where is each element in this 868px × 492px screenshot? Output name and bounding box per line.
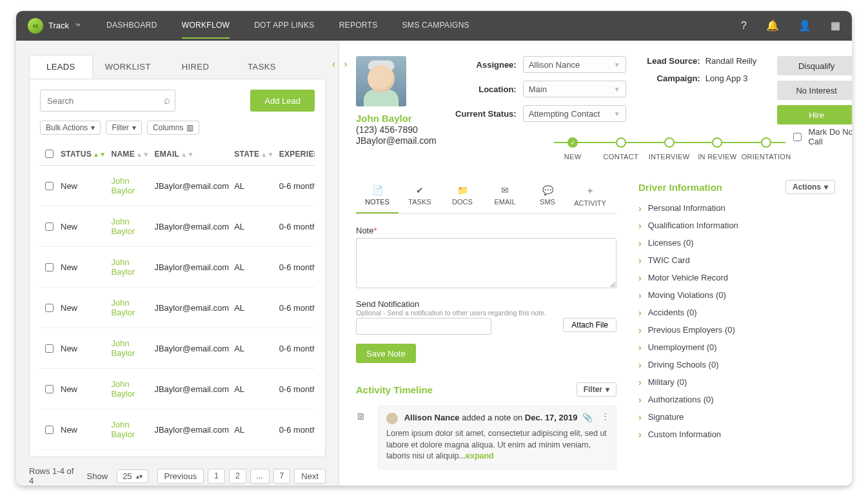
- col-status[interactable]: STATUS▲▼: [58, 143, 108, 166]
- user-icon[interactable]: 👤: [798, 19, 811, 32]
- driver-info-item[interactable]: ›Unemployment (0): [638, 342, 835, 352]
- row-checkbox[interactable]: [45, 385, 54, 393]
- col-experience[interactable]: EXPERIENCE▲▼: [277, 143, 315, 166]
- perpage-select[interactable]: 25▴▾: [117, 469, 148, 483]
- tab-leads[interactable]: LEADS: [29, 55, 93, 79]
- row-checkbox[interactable]: [45, 426, 54, 434]
- notif-input[interactable]: [356, 318, 491, 335]
- pane-next-icon[interactable]: ›: [344, 59, 348, 69]
- row-checkbox[interactable]: [45, 344, 54, 353]
- assignee-select[interactable]: Allison Nance▼: [523, 56, 626, 73]
- driver-info-item[interactable]: ›Previous Employers (0): [638, 325, 835, 335]
- driver-info-item[interactable]: ›Custom Information: [638, 429, 835, 439]
- search-icon[interactable]: ⌕: [164, 94, 170, 107]
- pager-next[interactable]: Next: [294, 469, 326, 484]
- tab-worklist[interactable]: WORKLIST: [93, 55, 163, 79]
- dtab-activity[interactable]: ＋ACTIVITY: [569, 180, 611, 213]
- no-interest-button[interactable]: No Interest: [777, 81, 852, 100]
- cell-name[interactable]: John Baylor: [108, 166, 152, 206]
- pipeline-step-new[interactable]: ✓NEW: [549, 137, 597, 161]
- row-checkbox[interactable]: [45, 304, 54, 312]
- row-checkbox[interactable]: [45, 182, 54, 190]
- cell-email: JBaylor@email.com: [152, 206, 232, 247]
- cell-name[interactable]: John Baylor: [108, 450, 152, 457]
- cell-name[interactable]: John Baylor: [108, 247, 152, 288]
- driver-info-item[interactable]: ›Military (0): [638, 377, 835, 387]
- dtab-notes[interactable]: 📄NOTES: [356, 180, 399, 213]
- nav-reports[interactable]: REPORTS: [339, 21, 378, 31]
- mark-dnc-checkbox[interactable]: [793, 133, 802, 141]
- dtab-email[interactable]: ✉EMAIL: [484, 180, 526, 213]
- nav-dot-app-links[interactable]: DOT APP LINKS: [254, 21, 315, 31]
- table-row[interactable]: NewJohn BaylorJBaylor@email.comAL0-6 mon…: [40, 288, 315, 328]
- cell-name[interactable]: John Baylor: [108, 409, 152, 450]
- driver-info-item[interactable]: ›TWIC Card: [638, 255, 835, 265]
- pipeline-step-inreview[interactable]: IN REVIEW: [693, 137, 742, 161]
- dtab-docs[interactable]: 📁DOCS: [441, 180, 484, 213]
- cell-name[interactable]: John Baylor: [108, 288, 152, 328]
- cell-name[interactable]: John Baylor: [108, 369, 152, 409]
- cell-name[interactable]: John Baylor: [108, 206, 152, 247]
- driver-info-item[interactable]: ›Authorizations (0): [638, 395, 835, 404]
- pager-page-1[interactable]: 1: [208, 469, 225, 484]
- pipeline-step-interview[interactable]: INTERVIEW: [645, 137, 693, 161]
- filter-button[interactable]: Filter▾: [106, 121, 142, 135]
- row-checkbox[interactable]: [45, 222, 54, 231]
- col-email[interactable]: EMAIL▲▼: [152, 143, 232, 166]
- driver-info-item[interactable]: ›Driving Schools (0): [638, 360, 835, 369]
- campaign-value: Long App 3: [705, 74, 748, 83]
- columns-button[interactable]: Columns▥: [147, 121, 199, 135]
- driver-info-item[interactable]: ›Moving Violations (0): [638, 290, 835, 300]
- driver-info-item[interactable]: ›Qualification Information: [638, 221, 835, 230]
- mark-dnc[interactable]: Mark Do Not Call: [791, 127, 852, 146]
- pager-prev[interactable]: Previous: [157, 469, 204, 484]
- driver-info-item[interactable]: ›Signature: [638, 412, 835, 422]
- bulk-actions-button[interactable]: Bulk Actions▾: [40, 121, 101, 135]
- driver-info-item[interactable]: ›Motor Vehicle Record: [638, 273, 835, 282]
- nav-workflow[interactable]: WORKFLOW: [182, 21, 230, 31]
- pager-page-2[interactable]: 2: [229, 469, 246, 484]
- table-row[interactable]: NewJohn BaylorJBaylor@email.comAL0-6 mon…: [40, 450, 315, 457]
- col-state[interactable]: STATE▲▼: [232, 143, 276, 166]
- pipeline-step-orientation[interactable]: ORIENTATION: [742, 137, 791, 161]
- driver-info-item[interactable]: ›Personal Information: [638, 203, 835, 213]
- timeline-expand-link[interactable]: expand: [466, 451, 494, 460]
- driver-info-item[interactable]: ›Accidents (0): [638, 308, 835, 317]
- status-select[interactable]: Attempting Contact▼: [523, 105, 626, 122]
- save-note-button[interactable]: Save Note: [356, 344, 416, 363]
- help-icon[interactable]: ?: [741, 20, 747, 32]
- hire-button[interactable]: Hire: [777, 105, 852, 124]
- table-row[interactable]: NewJohn BaylorJBaylor@email.comAL0-6 mon…: [40, 206, 315, 247]
- tab-tasks[interactable]: TASKS: [228, 55, 296, 79]
- dtab-sms[interactable]: 💬SMS: [526, 180, 569, 213]
- location-select[interactable]: Main▼: [523, 81, 626, 97]
- pager-page-7[interactable]: 7: [273, 469, 291, 484]
- tab-hired[interactable]: HIRED: [163, 55, 228, 79]
- table-row[interactable]: NewJohn BaylorJBaylor@email.comAL0-6 mon…: [40, 409, 315, 450]
- table-row[interactable]: NewJohn BaylorJBaylor@email.comAL0-6 mon…: [40, 369, 315, 409]
- attach-file-button[interactable]: Attach File: [563, 318, 616, 332]
- note-textarea[interactable]: [356, 238, 616, 288]
- cell-name[interactable]: John Baylor: [108, 328, 152, 369]
- pager-page-ellipsis[interactable]: ...: [250, 469, 270, 484]
- nav-dashboard[interactable]: DASHBOARD: [106, 21, 157, 31]
- table-row[interactable]: NewJohn BaylorJBaylor@email.comAL0-6 mon…: [40, 166, 315, 206]
- driver-info-item[interactable]: ›Licenses (0): [638, 238, 835, 248]
- timeline-more-icon[interactable]: ⋮: [601, 411, 609, 421]
- nav-sms-campaigns[interactable]: SMS CAMPAIGNS: [402, 21, 469, 31]
- driver-info-actions-button[interactable]: Actions▾: [785, 180, 835, 194]
- pane-prev-icon[interactable]: ‹: [332, 59, 335, 69]
- add-lead-button[interactable]: Add Lead: [250, 90, 315, 112]
- search-input[interactable]: [40, 90, 175, 112]
- table-row[interactable]: NewJohn BaylorJBaylor@email.comAL0-6 mon…: [40, 247, 315, 288]
- bell-icon[interactable]: 🔔: [766, 19, 779, 32]
- disqualify-button[interactable]: Disqualify: [777, 56, 852, 75]
- timeline-filter-button[interactable]: Filter▾: [577, 382, 616, 397]
- col-name[interactable]: NAME▲▼: [108, 143, 152, 166]
- table-row[interactable]: NewJohn BaylorJBaylor@email.comAL0-6 mon…: [40, 328, 315, 369]
- row-checkbox[interactable]: [45, 263, 54, 271]
- dtab-tasks[interactable]: ✔TASKS: [399, 180, 441, 213]
- apps-grid-icon[interactable]: ▦: [831, 19, 840, 32]
- select-all-checkbox[interactable]: [45, 150, 54, 158]
- pipeline-step-contact[interactable]: CONTACT: [597, 137, 645, 161]
